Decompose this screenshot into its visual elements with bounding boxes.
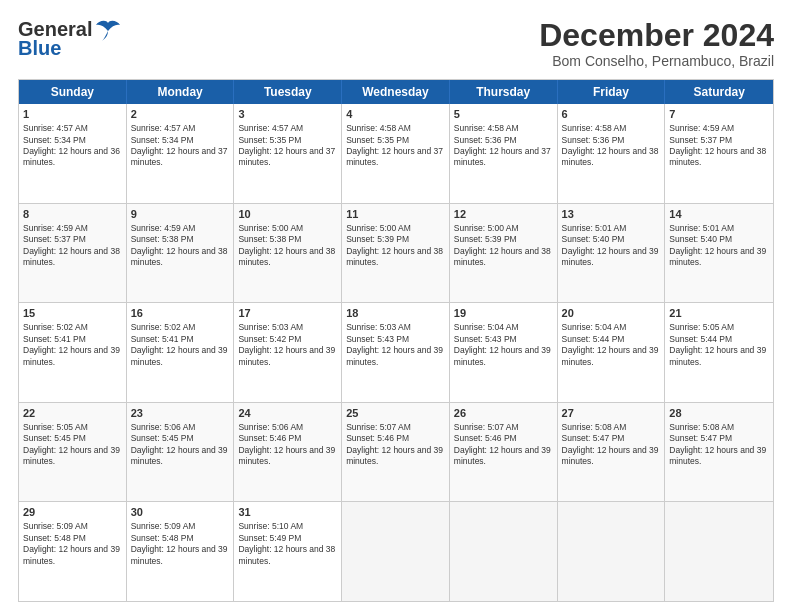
daylight: Daylight: 12 hours and 39 minutes. — [562, 246, 659, 267]
sunrise: Sunrise: 5:01 AM — [669, 223, 734, 233]
sunset: Sunset: 5:39 PM — [454, 234, 517, 244]
sunrise: Sunrise: 4:58 AM — [562, 123, 627, 133]
daylight: Daylight: 12 hours and 39 minutes. — [669, 246, 766, 267]
sunrise: Sunrise: 5:07 AM — [454, 422, 519, 432]
sunset: Sunset: 5:35 PM — [238, 135, 301, 145]
sunrise: Sunrise: 4:57 AM — [131, 123, 196, 133]
daylight: Daylight: 12 hours and 38 minutes. — [238, 544, 335, 565]
daylight: Daylight: 12 hours and 38 minutes. — [131, 246, 228, 267]
daylight: Daylight: 12 hours and 37 minutes. — [238, 146, 335, 167]
day-cell-21: 21Sunrise: 5:05 AMSunset: 5:44 PMDayligh… — [665, 303, 773, 402]
day-number: 23 — [131, 406, 230, 421]
sunrise: Sunrise: 5:00 AM — [238, 223, 303, 233]
sunrise: Sunrise: 5:06 AM — [131, 422, 196, 432]
day-cell-26: 26Sunrise: 5:07 AMSunset: 5:46 PMDayligh… — [450, 403, 558, 502]
day-cell-7: 7Sunrise: 4:59 AMSunset: 5:37 PMDaylight… — [665, 104, 773, 203]
daylight: Daylight: 12 hours and 39 minutes. — [238, 445, 335, 466]
daylight: Daylight: 12 hours and 38 minutes. — [346, 246, 443, 267]
daylight: Daylight: 12 hours and 38 minutes. — [669, 146, 766, 167]
calendar-header: SundayMondayTuesdayWednesdayThursdayFrid… — [19, 80, 773, 104]
sunset: Sunset: 5:47 PM — [669, 433, 732, 443]
day-number: 31 — [238, 505, 337, 520]
title-area: December 2024 Bom Conselho, Pernambuco, … — [539, 18, 774, 69]
sunrise: Sunrise: 5:05 AM — [669, 322, 734, 332]
sunset: Sunset: 5:38 PM — [131, 234, 194, 244]
day-number: 28 — [669, 406, 769, 421]
day-cell-4: 4Sunrise: 4:58 AMSunset: 5:35 PMDaylight… — [342, 104, 450, 203]
calendar-row-4: 22Sunrise: 5:05 AMSunset: 5:45 PMDayligh… — [19, 402, 773, 502]
daylight: Daylight: 12 hours and 38 minutes. — [238, 246, 335, 267]
logo: General Blue — [18, 18, 122, 60]
sunset: Sunset: 5:41 PM — [23, 334, 86, 344]
day-number: 13 — [562, 207, 661, 222]
day-cell-13: 13Sunrise: 5:01 AMSunset: 5:40 PMDayligh… — [558, 204, 666, 303]
sunset: Sunset: 5:43 PM — [454, 334, 517, 344]
day-cell-31: 31Sunrise: 5:10 AMSunset: 5:49 PMDayligh… — [234, 502, 342, 601]
location-subtitle: Bom Conselho, Pernambuco, Brazil — [539, 53, 774, 69]
header-day-wednesday: Wednesday — [342, 80, 450, 104]
sunrise: Sunrise: 4:57 AM — [238, 123, 303, 133]
daylight: Daylight: 12 hours and 39 minutes. — [454, 445, 551, 466]
daylight: Daylight: 12 hours and 39 minutes. — [454, 345, 551, 366]
day-number: 12 — [454, 207, 553, 222]
header-day-sunday: Sunday — [19, 80, 127, 104]
logo-bird-icon — [94, 19, 122, 41]
day-number: 7 — [669, 107, 769, 122]
day-cell-29: 29Sunrise: 5:09 AMSunset: 5:48 PMDayligh… — [19, 502, 127, 601]
daylight: Daylight: 12 hours and 37 minutes. — [131, 146, 228, 167]
sunrise: Sunrise: 5:02 AM — [23, 322, 88, 332]
daylight: Daylight: 12 hours and 39 minutes. — [23, 544, 120, 565]
calendar-body: 1Sunrise: 4:57 AMSunset: 5:34 PMDaylight… — [19, 104, 773, 601]
day-cell-11: 11Sunrise: 5:00 AMSunset: 5:39 PMDayligh… — [342, 204, 450, 303]
sunrise: Sunrise: 5:09 AM — [23, 521, 88, 531]
daylight: Daylight: 12 hours and 39 minutes. — [346, 345, 443, 366]
daylight: Daylight: 12 hours and 37 minutes. — [454, 146, 551, 167]
day-cell-16: 16Sunrise: 5:02 AMSunset: 5:41 PMDayligh… — [127, 303, 235, 402]
daylight: Daylight: 12 hours and 36 minutes. — [23, 146, 120, 167]
sunrise: Sunrise: 5:04 AM — [562, 322, 627, 332]
day-cell-25: 25Sunrise: 5:07 AMSunset: 5:46 PMDayligh… — [342, 403, 450, 502]
sunrise: Sunrise: 4:58 AM — [346, 123, 411, 133]
day-cell-3: 3Sunrise: 4:57 AMSunset: 5:35 PMDaylight… — [234, 104, 342, 203]
sunrise: Sunrise: 5:05 AM — [23, 422, 88, 432]
daylight: Daylight: 12 hours and 39 minutes. — [562, 445, 659, 466]
day-number: 21 — [669, 306, 769, 321]
sunrise: Sunrise: 4:59 AM — [131, 223, 196, 233]
day-cell-23: 23Sunrise: 5:06 AMSunset: 5:45 PMDayligh… — [127, 403, 235, 502]
header-day-saturday: Saturday — [665, 80, 773, 104]
day-cell-24: 24Sunrise: 5:06 AMSunset: 5:46 PMDayligh… — [234, 403, 342, 502]
daylight: Daylight: 12 hours and 39 minutes. — [131, 544, 228, 565]
sunrise: Sunrise: 4:58 AM — [454, 123, 519, 133]
daylight: Daylight: 12 hours and 39 minutes. — [669, 445, 766, 466]
day-cell-27: 27Sunrise: 5:08 AMSunset: 5:47 PMDayligh… — [558, 403, 666, 502]
sunrise: Sunrise: 5:07 AM — [346, 422, 411, 432]
sunset: Sunset: 5:48 PM — [23, 533, 86, 543]
logo-text-blue: Blue — [18, 37, 61, 60]
sunset: Sunset: 5:45 PM — [131, 433, 194, 443]
day-number: 15 — [23, 306, 122, 321]
sunrise: Sunrise: 5:01 AM — [562, 223, 627, 233]
day-number: 10 — [238, 207, 337, 222]
day-cell-30: 30Sunrise: 5:09 AMSunset: 5:48 PMDayligh… — [127, 502, 235, 601]
day-number: 19 — [454, 306, 553, 321]
day-cell-8: 8Sunrise: 4:59 AMSunset: 5:37 PMDaylight… — [19, 204, 127, 303]
day-number: 6 — [562, 107, 661, 122]
empty-cell — [450, 502, 558, 601]
sunset: Sunset: 5:36 PM — [562, 135, 625, 145]
sunset: Sunset: 5:48 PM — [131, 533, 194, 543]
day-number: 11 — [346, 207, 445, 222]
sunset: Sunset: 5:38 PM — [238, 234, 301, 244]
header-day-tuesday: Tuesday — [234, 80, 342, 104]
daylight: Daylight: 12 hours and 39 minutes. — [131, 345, 228, 366]
sunset: Sunset: 5:36 PM — [454, 135, 517, 145]
sunset: Sunset: 5:37 PM — [669, 135, 732, 145]
sunrise: Sunrise: 5:00 AM — [346, 223, 411, 233]
sunset: Sunset: 5:34 PM — [131, 135, 194, 145]
sunset: Sunset: 5:42 PM — [238, 334, 301, 344]
sunset: Sunset: 5:46 PM — [346, 433, 409, 443]
day-cell-15: 15Sunrise: 5:02 AMSunset: 5:41 PMDayligh… — [19, 303, 127, 402]
sunrise: Sunrise: 4:57 AM — [23, 123, 88, 133]
day-number: 20 — [562, 306, 661, 321]
sunset: Sunset: 5:43 PM — [346, 334, 409, 344]
header: General Blue December 2024 Bom Conselho,… — [18, 18, 774, 69]
